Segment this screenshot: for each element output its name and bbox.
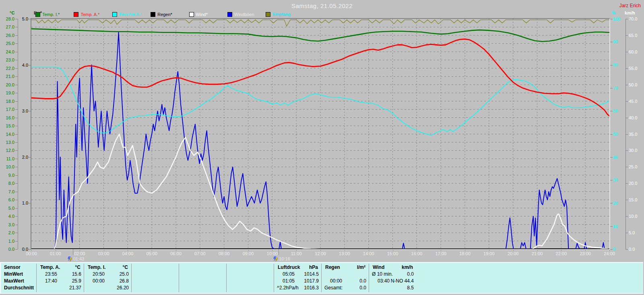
- wind-tick-label: 35.0: [629, 132, 637, 137]
- temp-tickmark: [15, 200, 18, 200]
- humidity-tickmark: [610, 111, 613, 111]
- legend-item-1: Temp. I.*: [35, 12, 60, 17]
- temp-tickmark: [15, 183, 18, 184]
- temp-tick-label: 2.0: [1, 230, 14, 235]
- wind-tick-label: 55.0: [629, 66, 637, 71]
- temp-tick-label: 18.0: [1, 99, 14, 104]
- time-tick-label: 05:00: [143, 251, 161, 256]
- table-cell-value: 0.0: [372, 271, 414, 277]
- legend-swatch-icon: [266, 12, 270, 17]
- humidity-tick-label: 80: [613, 63, 618, 68]
- table-column-separator: [369, 264, 369, 292]
- wind-tickmark: [625, 150, 628, 151]
- table-column-separator: [226, 264, 227, 292]
- legend-swatch-icon: [189, 12, 194, 17]
- temp-tick-label: 20.0: [1, 82, 14, 87]
- temp-tickmark: [15, 241, 18, 242]
- event-marker: 01:43: [67, 256, 85, 261]
- table-column-separator: [36, 264, 37, 292]
- temp-tick-label: 16.0: [1, 115, 14, 120]
- temp-tickmark: [15, 101, 18, 102]
- page-title: Samstag, 21.05.2022: [0, 2, 644, 9]
- rain-tick-label: 4.0: [18, 63, 28, 68]
- temp-tickmark: [15, 233, 18, 233]
- legend-item-4: Regen*: [151, 12, 172, 17]
- wind-tickmark: [625, 35, 628, 36]
- time-tick-label: 20:00: [504, 251, 522, 256]
- temp-tick-label: 0.0: [1, 247, 14, 252]
- temp-tick-label: 10.0: [1, 164, 14, 169]
- sensor-statistics-table: SensorMinWertMaxWertDurchschnittTemp. A.…: [0, 262, 643, 294]
- temp-tickmark: [15, 208, 18, 209]
- humidity-tick-label: 20: [613, 201, 618, 205]
- rain-tick-label: 1.0: [18, 201, 28, 205]
- table-group-unit: km/h: [372, 264, 413, 270]
- table-group-unit: hPa: [277, 264, 318, 270]
- legend-swatch-icon: [74, 12, 78, 17]
- event-marker-line: [73, 249, 73, 255]
- legend-label: Temp. A.*: [80, 12, 99, 17]
- humidity-tick-label: 90: [613, 39, 618, 44]
- legend-swatch-icon: [35, 12, 40, 17]
- time-tick-label: 18:00: [456, 251, 474, 256]
- time-tick-label: 09:00: [239, 251, 257, 256]
- temp-tickmark: [15, 134, 18, 135]
- table-cell-value: 0.0: [324, 285, 366, 291]
- humidity-tickmark: [610, 42, 613, 42]
- temp-axis-line: [18, 19, 18, 249]
- station-owner-label: Jarz Erich: [619, 3, 641, 8]
- rain-tick-label: 2.0: [18, 155, 28, 160]
- temp-tick-label: 3.0: [1, 222, 14, 227]
- temp-tickmark: [15, 150, 18, 151]
- temp-tickmark: [15, 142, 18, 143]
- table-row-label: Sensor: [4, 264, 21, 270]
- temp-tickmark: [15, 85, 18, 85]
- wind-axis-unit: km/h: [625, 10, 635, 15]
- temp-tick-label: 14.0: [1, 132, 14, 137]
- humidity-tick-label: 50: [613, 132, 618, 137]
- time-tick-label: 00:00: [23, 251, 40, 256]
- humidity-tickmark: [610, 226, 613, 227]
- temp-tickmark: [15, 192, 18, 192]
- event-marker: 10:16: [273, 256, 290, 261]
- table-cell-value: 8.5: [372, 285, 414, 291]
- wind-tickmark: [625, 183, 628, 184]
- time-tick-label: 13:00: [336, 251, 353, 256]
- table-group-unit: l/m²: [324, 264, 365, 270]
- wind-tick-label: 10.0: [629, 214, 637, 219]
- temp-tick-label: 22.0: [1, 66, 14, 71]
- temp-tickmark: [15, 167, 18, 167]
- temp-tick-label: 7.0: [1, 189, 14, 194]
- wind-tick-label: 45.0: [629, 99, 637, 104]
- wind-tickmark: [625, 101, 628, 102]
- legend-label: Empfang: [272, 12, 290, 17]
- temp-tick-label: 5.0: [1, 206, 14, 211]
- table-group-unit: °C: [39, 264, 80, 270]
- table-cell-value: 21.37: [39, 285, 81, 291]
- table-row-label: MinWert: [4, 271, 23, 277]
- humidity-axis-unit: %: [612, 10, 616, 15]
- time-tick-label: 19:00: [480, 251, 498, 256]
- table-cell-value: N-NO 44.4: [372, 278, 414, 284]
- legend-item-2: Temp. A.*: [74, 12, 99, 17]
- wind-tick-label: 0.0: [629, 247, 635, 252]
- legend-label: Windböen: [234, 12, 254, 17]
- table-cell-value: 25.9: [39, 278, 81, 284]
- event-marker-time: 01:43: [73, 256, 85, 261]
- time-tick-label: 23:00: [576, 251, 594, 256]
- temp-axis-unit: °C: [10, 10, 14, 15]
- temp-tick-label: 1.0: [1, 239, 14, 244]
- temp-tickmark: [15, 175, 18, 176]
- table-column-separator: [321, 264, 322, 292]
- wind-tick-label: 40.0: [629, 115, 637, 120]
- humidity-tick-label: 30: [613, 178, 618, 182]
- time-tick-label: 01:00: [47, 251, 64, 256]
- temp-tick-label: 12.0: [1, 148, 14, 153]
- time-tick-label: 11:00: [287, 251, 305, 256]
- temp-tick-label: 28.0: [1, 16, 14, 21]
- temp-tickmark: [15, 93, 18, 93]
- temp-tick-label: 13.0: [1, 140, 14, 145]
- wind-tickmark: [625, 233, 628, 233]
- temp-tickmark: [15, 76, 18, 77]
- temp-tickmark: [15, 60, 18, 60]
